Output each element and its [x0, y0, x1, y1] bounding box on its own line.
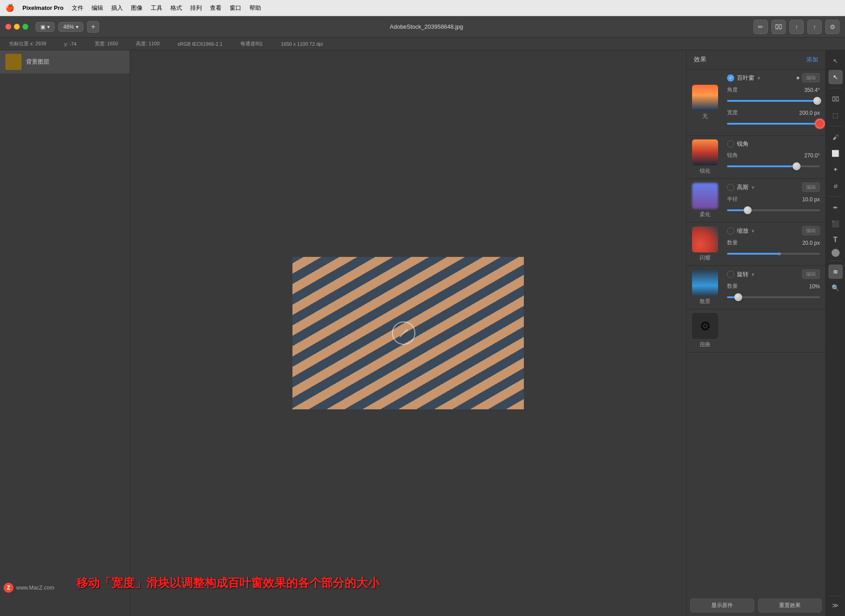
shape-icon[interactable]: ⬛ [828, 217, 843, 231]
eraser-icon[interactable]: ⬜ [828, 146, 843, 161]
width-slider[interactable] [727, 119, 820, 128]
sharpen-thumb-row: 锐化 锐角 锐角 270.0° [687, 136, 825, 178]
width-row: 宽度 200.0 px [727, 109, 820, 117]
menubar: 🍎 Pixelmator Pro 文件 编辑 插入 图像 工具 格式 排列 查看… [0, 0, 845, 16]
blinds-chevron-icon[interactable]: ∨ [757, 75, 760, 80]
watermark-url: www.MacZ.com [16, 585, 54, 591]
width-slider-thumb[interactable] [815, 119, 825, 129]
close-button[interactable] [5, 24, 11, 30]
pen-tool-button[interactable]: ✏ [754, 20, 768, 34]
selection-rect-icon[interactable]: ⬚ [828, 108, 843, 122]
paint-icon[interactable]: 🖌 [828, 130, 843, 144]
blur-name-row: 高斯 ∨ [727, 183, 754, 191]
layer-item[interactable]: 背景图层 [0, 50, 130, 74]
reset-effects-button[interactable]: 重置效果 [758, 599, 822, 612]
stamp-icon[interactable]: ✦ [828, 162, 843, 177]
blinds-section: 无 百叶窗 ∨ 编辑 [687, 69, 825, 136]
zoom-chevron: ▾ [76, 24, 78, 30]
scatter-controls: 旋转 ∨ 编辑 数量 10% [723, 269, 820, 305]
blur-controls: 高斯 ∨ 编辑 半径 10.0 px [723, 182, 820, 218]
bit-depth: 每通道8位 [240, 40, 263, 47]
circle-fill-icon[interactable] [832, 249, 840, 257]
menu-window[interactable]: 窗口 [230, 4, 241, 12]
scatter-section: 散景 旋转 ∨ 编辑 数量 10% [687, 266, 825, 309]
blur-checkbox[interactable] [727, 184, 734, 191]
pen-icon: ✏ [758, 23, 763, 30]
menu-view[interactable]: 查看 [210, 4, 222, 12]
export-icon: ↑ [795, 23, 798, 30]
radius-track [727, 209, 820, 211]
show-original-button[interactable]: 显示原件 [690, 599, 754, 612]
text-icon[interactable]: T [828, 233, 843, 247]
blinds-name-row: 百叶窗 ∨ [727, 74, 760, 82]
zoom-button[interactable]: 46% ▾ [58, 22, 83, 32]
sharp-angle-thumb[interactable] [793, 162, 801, 170]
menu-edit[interactable]: 编辑 [91, 4, 103, 12]
blur-chevron-icon[interactable]: ∨ [751, 185, 754, 190]
menu-arrange[interactable]: 排列 [190, 4, 202, 12]
canvas-circle [392, 321, 415, 345]
select-tool-icon[interactable]: ↖ [828, 70, 843, 84]
flare-edit-button[interactable]: 编辑 [802, 226, 820, 235]
toolbar-divider-1 [829, 88, 842, 88]
width-slider-track [727, 123, 820, 125]
radius-thumb[interactable] [744, 206, 752, 214]
blinds-checkbox[interactable] [727, 74, 734, 82]
flare-header: 缩放 ∨ 编辑 [727, 226, 820, 235]
menu-insert[interactable]: 插入 [111, 4, 123, 12]
add-layer-button[interactable]: + [87, 21, 99, 33]
menu-help[interactable]: 帮助 [249, 4, 261, 12]
menu-file[interactable]: 文件 [72, 4, 83, 12]
zoom-amount-value: 20.0 px [802, 240, 820, 246]
zoom-amount-slider[interactable]: ♥ [727, 249, 820, 258]
apple-menu[interactable]: 🍎 [5, 4, 14, 12]
zoom-amount-thumb[interactable]: ♥ [777, 250, 784, 257]
minimize-button[interactable] [14, 24, 20, 30]
canvas-area[interactable] [130, 50, 686, 616]
fullscreen-button[interactable] [22, 24, 28, 30]
pen-icon[interactable]: ✒ [828, 200, 843, 215]
sidebar-toggle-button[interactable]: ▣ ▾ [35, 22, 55, 32]
blur-edit-button[interactable]: 编辑 [802, 182, 820, 192]
radius-slider[interactable] [727, 206, 820, 215]
scatter-chevron-icon[interactable]: ∨ [751, 272, 754, 277]
rotate-amount-thumb[interactable] [734, 293, 742, 301]
crop-tool-button[interactable]: ⌧ [771, 20, 786, 34]
rotate-amount-slider[interactable] [727, 293, 820, 302]
sharp-angle-slider[interactable] [727, 162, 820, 171]
angle-slider-thumb[interactable] [813, 97, 821, 105]
heal-icon[interactable]: ⌀ [828, 178, 843, 193]
expand-icon[interactable]: ≫ [828, 598, 843, 612]
layers-panel: 背景图层 [0, 50, 130, 616]
crop-icon[interactable]: ⌧ [828, 92, 843, 106]
angle-value: 350.4° [804, 87, 820, 93]
app-name[interactable]: Pixelmator Pro [22, 4, 64, 11]
scatter-checkbox[interactable] [727, 271, 734, 278]
arrow-tool-icon[interactable]: ↖ [828, 54, 843, 68]
search-icon[interactable]: 🔍 [828, 281, 843, 295]
toolbar-divider-2 [829, 126, 842, 126]
zoom-amount-fill [727, 253, 781, 255]
menu-tools[interactable]: 工具 [151, 4, 162, 12]
scatter-thumb-row: 散景 旋转 ∨ 编辑 数量 10% [687, 266, 825, 309]
effects-bottom-buttons: 显示原件 重置效果 [687, 595, 825, 616]
menu-image[interactable]: 图像 [131, 4, 143, 12]
statusbar: 光标位置 x: 2939 y: -74 宽度: 1650 高度: 1100 sR… [0, 38, 845, 50]
radius-label: 半径 [727, 195, 738, 203]
flare-thumbnail [692, 226, 718, 252]
blinds-edit-button[interactable]: 编辑 [802, 73, 820, 82]
share-button[interactable]: ↑ [807, 20, 822, 34]
export-button[interactable]: ↑ [789, 20, 804, 34]
blur-name: 高斯 [737, 183, 749, 191]
scatter-edit-button[interactable]: 编辑 [802, 269, 820, 279]
effects-add-button[interactable]: 添加 [806, 56, 818, 64]
menu-format[interactable]: 格式 [170, 4, 182, 12]
blinds-thumbnail [692, 85, 718, 111]
width-slider-fill [727, 123, 820, 125]
flare-checkbox[interactable] [727, 227, 734, 234]
settings-button[interactable]: ⚙ [825, 20, 840, 34]
sharpen-checkbox[interactable] [727, 140, 734, 147]
flare-chevron-icon[interactable]: ∨ [751, 228, 754, 233]
angle-slider[interactable] [727, 96, 820, 105]
effects-icon[interactable]: ≋ [828, 265, 843, 279]
